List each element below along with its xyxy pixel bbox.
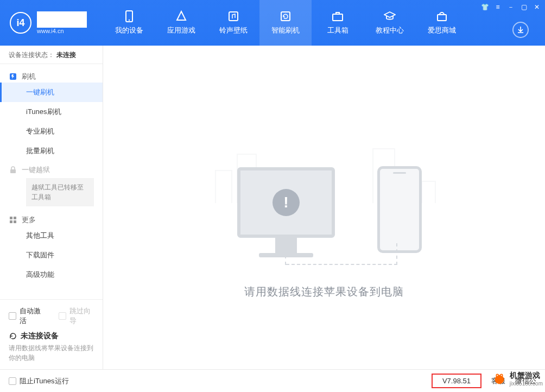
main-content: ! 请用数据线连接苹果设备到电脑: [103, 46, 545, 369]
music-icon: [227, 10, 239, 22]
reconnect-block: 未连接设备 请用数据线将苹果设备连接到你的电脑: [9, 331, 94, 363]
sidebar-content: 刷机 一键刷机 iTunes刷机 专业刷机 批量刷机 一键越狱 越狱工具已转移至…: [0, 64, 103, 299]
connect-prompt: 请用数据线连接苹果设备到电脑: [244, 284, 404, 299]
lock-icon: [9, 166, 17, 174]
nav-ringtones[interactable]: 铃声壁纸: [207, 0, 259, 46]
menu-button[interactable]: ≡: [494, 3, 502, 11]
crab-icon: [491, 370, 508, 387]
sidebar-item-other-tools[interactable]: 其他工具: [0, 226, 103, 245]
app-window: i4 爱思助手 www.i4.cn 我的设备 应用游戏 铃声壁纸 智能刷机: [0, 0, 545, 392]
auto-activate-row: 自动激活 跳过向导: [9, 306, 94, 326]
skin-button[interactable]: 👕: [481, 3, 489, 11]
maximize-button[interactable]: ▢: [520, 3, 528, 11]
reconnect-desc: 请用数据线将苹果设备连接到你的电脑: [9, 343, 94, 363]
header: i4 爱思助手 www.i4.cn 我的设备 应用游戏 铃声壁纸 智能刷机: [0, 0, 545, 46]
skip-guide-checkbox[interactable]: [59, 312, 66, 320]
block-itunes-checkbox[interactable]: [9, 377, 16, 385]
refresh-icon: [9, 332, 17, 340]
footer-left: 阻止iTunes运行: [9, 376, 69, 386]
app-domain: www.i4.cn: [37, 28, 87, 34]
toolbox-icon: [332, 10, 344, 22]
sidebar-bottom: 自动激活 跳过向导 未连接设备 请用数据线将苹果设备连接到你的电脑: [0, 299, 103, 369]
footer: 阻止iTunes运行 V7.98.51 客服 微信公: [0, 369, 545, 392]
device-icon: [123, 10, 135, 22]
svg-rect-3: [281, 12, 290, 21]
sidebar-item-advanced[interactable]: 高级功能: [0, 265, 103, 284]
svg-rect-9: [14, 217, 16, 219]
nav-apps[interactable]: 应用游戏: [155, 0, 207, 46]
sidebar: 设备连接状态：未连接 刷机 一键刷机 iTunes刷机 专业刷机 批量刷机 一键…: [0, 46, 103, 369]
nav-tutorials[interactable]: 教程中心: [364, 0, 416, 46]
cable-icon: [286, 243, 397, 265]
sidebar-item-download-firmware[interactable]: 下载固件: [0, 245, 103, 265]
logo: i4 爱思助手 www.i4.cn: [0, 0, 103, 46]
svg-rect-5: [438, 15, 446, 21]
store-icon: [436, 10, 448, 22]
top-nav: 我的设备 应用游戏 铃声壁纸 智能刷机 工具箱 教程中心: [103, 0, 545, 46]
app-title: 爱思助手: [37, 11, 87, 28]
sidebar-item-pro-flash[interactable]: 专业刷机: [0, 122, 103, 141]
watermark: 机蟹游戏 jixie5188.com: [491, 370, 543, 387]
version-label: V7.98.51: [432, 374, 481, 388]
download-button[interactable]: [512, 22, 529, 38]
auto-activate-checkbox[interactable]: [9, 312, 16, 320]
illustration: !: [221, 116, 427, 268]
sidebar-item-itunes-flash[interactable]: iTunes刷机: [0, 102, 103, 122]
flash-icon: [9, 72, 17, 81]
svg-rect-2: [229, 12, 238, 21]
body: 设备连接状态：未连接 刷机 一键刷机 iTunes刷机 专业刷机 批量刷机 一键…: [0, 46, 545, 369]
download-icon: [516, 26, 525, 34]
refresh-icon: [280, 10, 291, 22]
jailbreak-note: 越狱工具已转移至工具箱: [26, 178, 94, 206]
more-icon: [9, 216, 17, 224]
nav-store[interactable]: 爱思商城: [416, 0, 468, 46]
sidebar-group-more[interactable]: 更多: [0, 211, 103, 226]
svg-point-1: [129, 20, 130, 21]
window-controls: 👕 ≡ － ▢ ✕: [481, 3, 541, 11]
apps-icon: [175, 10, 187, 22]
logo-badge: i4: [10, 12, 31, 34]
minimize-button[interactable]: －: [507, 3, 515, 11]
svg-rect-7: [10, 169, 16, 173]
nav-my-device[interactable]: 我的设备: [103, 0, 155, 46]
warning-icon: !: [272, 189, 300, 216]
svg-point-16: [500, 375, 502, 376]
svg-rect-11: [14, 220, 16, 223]
connection-status: 设备连接状态：未连接: [0, 46, 103, 64]
svg-point-15: [497, 375, 498, 376]
svg-rect-4: [333, 14, 343, 21]
nav-flash[interactable]: 智能刷机: [259, 0, 312, 46]
graduation-icon: [384, 10, 396, 22]
sidebar-item-onekey-flash[interactable]: 一键刷机: [0, 83, 103, 102]
block-itunes-label: 阻止iTunes运行: [20, 376, 69, 386]
sidebar-group-flash[interactable]: 刷机: [0, 67, 103, 83]
sidebar-item-batch-flash[interactable]: 批量刷机: [0, 141, 103, 161]
svg-rect-8: [10, 217, 12, 219]
close-button[interactable]: ✕: [533, 3, 541, 11]
svg-rect-10: [10, 220, 12, 223]
sidebar-group-jailbreak: 一键越狱: [0, 161, 103, 176]
phone-icon: [377, 166, 422, 253]
nav-toolbox[interactable]: 工具箱: [312, 0, 364, 46]
